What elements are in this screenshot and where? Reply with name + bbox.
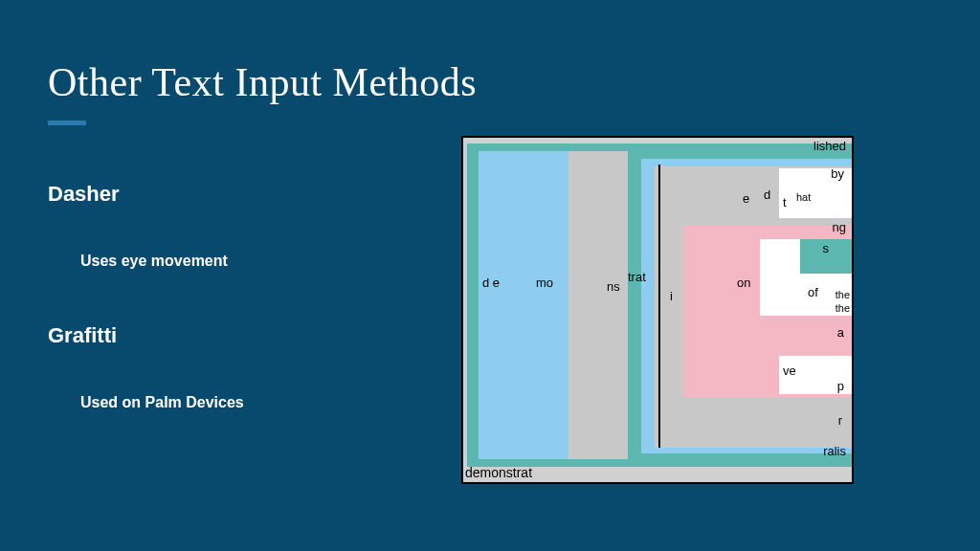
box-sky-main: [479, 151, 568, 459]
lbl-ralis: ralis: [823, 444, 846, 458]
lbl-on: on: [737, 276, 750, 290]
dasher-canvas: lished by e d t hat ng s d e mo ns trat …: [463, 138, 852, 463]
lbl-trat: trat: [628, 270, 646, 284]
lbl-r: r: [838, 413, 842, 428]
lbl-of: of: [808, 285, 818, 299]
heading-dasher: Dasher: [48, 182, 244, 207]
lbl-ns: ns: [607, 279, 620, 294]
lbl-de: d e: [482, 276, 500, 290]
dasher-screenshot: lished by e d t hat ng s d e mo ns trat …: [461, 136, 854, 484]
lbl-d: d: [764, 187, 770, 202]
lbl-hat: hat: [796, 191, 811, 203]
crosshair-line: [658, 165, 660, 448]
lbl-the2: the: [835, 302, 850, 314]
dasher-status-text: demonstrat: [465, 463, 532, 482]
box-gray-mid: [568, 151, 628, 459]
lbl-i: i: [670, 289, 673, 303]
lbl-lished: lished: [813, 139, 846, 153]
sub-dasher: Uses eye movement: [80, 253, 244, 270]
slide-content: Dasher Uses eye movement Grafitti Used o…: [48, 182, 244, 465]
lbl-s: s: [823, 241, 830, 255]
box-gray-bottom: [683, 402, 854, 440]
sub-grafitti: Used on Palm Devices: [80, 394, 244, 411]
lbl-by: by: [831, 166, 844, 181]
lbl-t: t: [783, 195, 787, 209]
accent-bar: [48, 121, 86, 125]
slide-title: Other Text Input Methods: [48, 59, 477, 105]
lbl-a: a: [837, 325, 844, 340]
lbl-e: e: [743, 191, 749, 206]
heading-grafitti: Grafitti: [48, 323, 244, 348]
lbl-ng: ng: [833, 220, 846, 234]
lbl-mo: mo: [536, 276, 553, 290]
lbl-the: the: [835, 289, 850, 300]
lbl-ve: ve: [783, 364, 796, 378]
lbl-p: p: [837, 379, 844, 393]
